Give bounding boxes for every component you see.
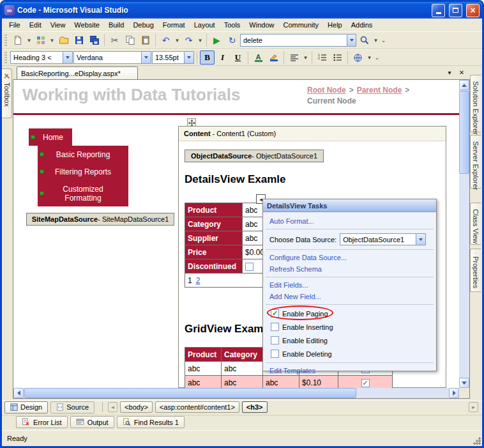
paste-button[interactable]	[138, 33, 153, 47]
find-results-tab[interactable]: Find Results 1	[117, 416, 185, 428]
font-size-dropdown[interactable]	[184, 52, 193, 63]
find-dropdown[interactable]: ▾	[372, 33, 379, 47]
font-name-combo[interactable]: Verdana	[73, 51, 151, 64]
new-file-button[interactable]	[10, 33, 25, 47]
toolbar-overflow[interactable]: ⌄	[374, 50, 381, 65]
enable-paging-checkbox[interactable]: ✓	[271, 309, 279, 318]
toolbar-grip[interactable]	[4, 52, 7, 63]
bold-button[interactable]: B	[200, 50, 215, 65]
horizontal-scrollbar[interactable]	[13, 388, 459, 398]
redo-dropdown[interactable]: ▾	[197, 33, 204, 47]
horizontal-scroll-thumb[interactable]	[24, 388, 356, 398]
source-view-button[interactable]: Source	[50, 401, 95, 413]
choose-data-source-dropdown[interactable]	[416, 234, 425, 245]
save-button[interactable]	[72, 33, 86, 47]
scroll-down-button[interactable]	[459, 378, 469, 388]
auto-format-link[interactable]: Auto Format...	[269, 217, 314, 225]
undo-dropdown[interactable]: ▾	[174, 33, 181, 47]
block-format-combo[interactable]: Heading 3 <	[10, 51, 73, 64]
breadcrumb-root-link[interactable]: Root Node	[307, 86, 346, 95]
sitemap-datasource-control[interactable]: SiteMapDataSource - SiteMapDataSource1	[26, 213, 174, 226]
output-tab[interactable]: Output	[70, 416, 114, 428]
save-all-button[interactable]	[87, 33, 102, 47]
close-button[interactable]: ×	[466, 4, 480, 17]
maximize-button[interactable]	[449, 4, 462, 17]
numbered-list-button[interactable]: 12	[315, 50, 329, 65]
menu-file[interactable]: File	[4, 20, 25, 30]
tag-h3[interactable]: <h3>	[242, 401, 268, 413]
menu-community[interactable]: Community	[278, 20, 323, 30]
nav-menu-item-home[interactable]: Home	[29, 128, 72, 146]
enable-deleting-checkbox[interactable]	[271, 350, 279, 358]
vertical-scroll-thumb[interactable]	[459, 91, 469, 174]
server-explorer-tab[interactable]: Server Explorer	[470, 135, 481, 189]
block-format-dropdown[interactable]	[63, 52, 72, 63]
copy-button[interactable]	[123, 33, 137, 47]
scroll-right-button[interactable]	[449, 388, 459, 398]
alignment-button[interactable]	[287, 50, 301, 65]
menu-addins[interactable]: Addins	[347, 20, 377, 30]
alignment-dropdown[interactable]: ▾	[302, 50, 309, 65]
discontinued-checkbox[interactable]	[245, 263, 253, 271]
add-item-dropdown[interactable]: ▾	[49, 33, 56, 47]
menu-layout[interactable]: Layout	[190, 20, 220, 30]
choose-data-source-combo[interactable]: ObjectDataSource1	[340, 233, 426, 245]
design-canvas[interactable]: Working with Data Tutorials Root Node>Pa…	[13, 80, 459, 388]
toolbar-grip[interactable]	[4, 35, 7, 46]
document-list-button[interactable]: ▾	[444, 67, 455, 77]
hyperlink-dropdown[interactable]: ▾	[366, 50, 373, 65]
bullet-list-button[interactable]	[330, 50, 345, 65]
font-size-combo[interactable]: 13.55pt	[152, 51, 194, 64]
find-combo[interactable]	[240, 34, 356, 47]
open-file-button[interactable]	[56, 33, 71, 47]
nav-menu-item-filtering-reports[interactable]: Filtering Reports	[38, 163, 128, 180]
highlight-button[interactable]	[266, 50, 281, 65]
scroll-left-button[interactable]	[13, 388, 24, 398]
new-file-dropdown[interactable]: ▾	[26, 33, 33, 47]
discontinued-checkbox[interactable]: ✓	[361, 379, 370, 387]
properties-tab[interactable]: Properties	[470, 249, 481, 292]
menu-website[interactable]: Website	[70, 20, 104, 30]
add-new-field-link[interactable]: Add New Field...	[269, 293, 321, 300]
nav-menu-item-customized-formatting[interactable]: Customized Formatting	[38, 180, 128, 206]
pager-page-2-link[interactable]: 2	[196, 276, 200, 285]
edit-fields-link[interactable]: Edit Fields...	[269, 281, 308, 289]
find-combo-dropdown[interactable]	[347, 35, 356, 46]
enable-editing-checkbox[interactable]	[271, 336, 279, 344]
document-tab[interactable]: BasicReporting...eDisplay.aspx*	[17, 66, 138, 79]
font-color-button[interactable]: A	[251, 50, 266, 65]
vertical-scrollbar[interactable]	[459, 80, 469, 388]
menu-debug[interactable]: Debug	[128, 20, 158, 30]
refresh-schema-link[interactable]: Refresh Schema	[269, 265, 322, 273]
italic-button[interactable]: I	[215, 50, 230, 65]
underline-button[interactable]: U	[231, 50, 245, 65]
enable-inserting-checkbox[interactable]	[271, 323, 279, 331]
scroll-up-button[interactable]	[459, 80, 469, 90]
design-view-button[interactable]: Design	[4, 401, 48, 413]
breadcrumb-parent-link[interactable]: Parent Node	[357, 86, 402, 95]
edit-templates-link[interactable]: Edit Templates	[269, 367, 315, 375]
toolbox-tab[interactable]: Toolbox	[2, 68, 12, 118]
hyperlink-button[interactable]	[351, 50, 365, 65]
start-debug-button[interactable]: ▶	[209, 33, 224, 47]
menu-edit[interactable]: Edit	[25, 20, 46, 30]
menu-help[interactable]: Help	[323, 20, 347, 30]
configure-data-source-link[interactable]: Configure Data Source...	[269, 254, 347, 261]
resize-grip[interactable]	[473, 437, 481, 445]
nav-menu-item-basic-reporting[interactable]: Basic Reporting	[38, 146, 128, 163]
font-name-dropdown[interactable]	[141, 52, 151, 63]
toolbar-overflow[interactable]: ⌄	[380, 33, 387, 47]
find-combo-input[interactable]	[241, 35, 347, 46]
sync-browser-button[interactable]: ↻	[225, 33, 239, 47]
cut-button[interactable]: ✂	[107, 33, 122, 47]
tag-asp-content[interactable]: <asp:content#content1>	[155, 401, 239, 413]
menu-format[interactable]: Format	[158, 20, 190, 30]
solution-explorer-tab[interactable]: Solution Explorer	[470, 75, 481, 132]
add-item-button[interactable]	[33, 33, 48, 47]
object-datasource-control[interactable]: ObjectDataSource - ObjectDataSource1	[185, 150, 324, 162]
tag-scroll-left-button[interactable]: ◂	[108, 402, 117, 412]
menu-tools[interactable]: Tools	[220, 20, 245, 30]
document-close-button[interactable]: ✕	[457, 67, 467, 77]
redo-button[interactable]: ↷	[181, 33, 196, 47]
undo-button[interactable]: ↶	[158, 33, 173, 47]
